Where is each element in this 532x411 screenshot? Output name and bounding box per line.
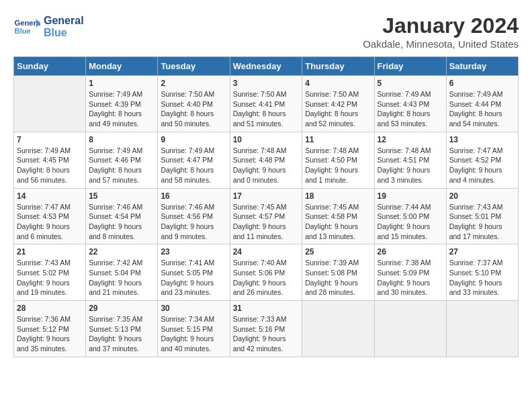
day-info: Sunrise: 7:41 AMSunset: 5:05 PMDaylight:… — [161, 258, 226, 298]
day-info: Sunrise: 7:42 AMSunset: 5:04 PMDaylight:… — [89, 258, 154, 298]
logo-line2: Blue — [44, 27, 84, 39]
day-info: Sunrise: 7:49 AMSunset: 4:47 PMDaylight:… — [161, 146, 226, 185]
calendar-table: SundayMondayTuesdayWednesdayThursdayFrid… — [13, 56, 519, 357]
calendar-cell: 29Sunrise: 7:35 AMSunset: 5:13 PMDayligh… — [86, 301, 158, 357]
day-info: Sunrise: 7:45 AMSunset: 4:57 PMDaylight:… — [233, 202, 300, 242]
logo-line1: General — [44, 15, 84, 27]
day-info: Sunrise: 7:40 AMSunset: 5:06 PMDaylight:… — [233, 258, 300, 298]
calendar-cell: 11Sunrise: 7:48 AMSunset: 4:50 PMDayligh… — [302, 132, 374, 188]
day-number: 10 — [233, 135, 300, 144]
day-info: Sunrise: 7:49 AMSunset: 4:43 PMDaylight:… — [378, 89, 443, 129]
day-info: Sunrise: 7:37 AMSunset: 5:10 PMDaylight:… — [449, 258, 515, 298]
day-number: 1 — [89, 79, 154, 88]
calendar-cell: 8Sunrise: 7:49 AMSunset: 4:46 PMDaylight… — [86, 132, 158, 188]
subtitle: Oakdale, Minnesota, United States — [363, 38, 519, 50]
day-number: 17 — [233, 191, 300, 201]
day-number: 28 — [17, 304, 83, 313]
calendar-cell: 6Sunrise: 7:49 AMSunset: 4:44 PMDaylight… — [446, 76, 518, 132]
day-number: 26 — [378, 247, 443, 257]
header-day-thursday: Thursday — [302, 57, 374, 76]
day-number: 21 — [17, 247, 83, 257]
day-number: 16 — [161, 191, 226, 201]
day-number: 29 — [89, 304, 154, 313]
day-info: Sunrise: 7:49 AMSunset: 4:46 PMDaylight:… — [89, 146, 154, 185]
calendar-cell: 28Sunrise: 7:36 AMSunset: 5:12 PMDayligh… — [14, 301, 86, 357]
calendar-cell: 25Sunrise: 7:39 AMSunset: 5:08 PMDayligh… — [302, 244, 374, 301]
day-info: Sunrise: 7:44 AMSunset: 5:00 PMDaylight:… — [378, 202, 443, 242]
calendar-cell — [14, 76, 86, 132]
calendar-cell: 16Sunrise: 7:46 AMSunset: 4:56 PMDayligh… — [158, 188, 230, 244]
header-day-saturday: Saturday — [446, 57, 518, 76]
day-number: 27 — [449, 247, 515, 257]
day-info: Sunrise: 7:47 AMSunset: 4:53 PMDaylight:… — [17, 202, 83, 242]
day-number: 12 — [378, 135, 443, 144]
day-info: Sunrise: 7:43 AMSunset: 5:01 PMDaylight:… — [449, 202, 515, 242]
calendar-cell — [302, 301, 374, 357]
day-info: Sunrise: 7:45 AMSunset: 4:58 PMDaylight:… — [305, 202, 371, 242]
day-info: Sunrise: 7:49 AMSunset: 4:44 PMDaylight:… — [449, 89, 515, 129]
calendar-cell: 12Sunrise: 7:48 AMSunset: 4:51 PMDayligh… — [374, 132, 446, 188]
day-number: 31 — [233, 304, 300, 313]
week-row-4: 21Sunrise: 7:43 AMSunset: 5:02 PMDayligh… — [14, 244, 519, 301]
calendar-cell: 5Sunrise: 7:49 AMSunset: 4:43 PMDaylight… — [374, 76, 446, 132]
calendar-cell: 22Sunrise: 7:42 AMSunset: 5:04 PMDayligh… — [86, 244, 158, 301]
day-number: 6 — [449, 79, 515, 88]
day-info: Sunrise: 7:48 AMSunset: 4:51 PMDaylight:… — [378, 146, 443, 185]
header-day-tuesday: Tuesday — [158, 57, 230, 76]
calendar-cell — [374, 301, 446, 357]
day-info: Sunrise: 7:48 AMSunset: 4:50 PMDaylight:… — [305, 146, 371, 185]
day-number: 7 — [17, 135, 83, 144]
day-info: Sunrise: 7:39 AMSunset: 5:08 PMDaylight:… — [305, 258, 371, 298]
day-info: Sunrise: 7:48 AMSunset: 4:48 PMDaylight:… — [233, 146, 300, 185]
logo: General Blue General Blue — [13, 13, 84, 40]
day-info: Sunrise: 7:35 AMSunset: 5:13 PMDaylight:… — [89, 314, 154, 354]
calendar-cell: 4Sunrise: 7:50 AMSunset: 4:42 PMDaylight… — [302, 76, 374, 132]
day-number: 5 — [378, 79, 443, 88]
calendar-cell: 31Sunrise: 7:33 AMSunset: 5:16 PMDayligh… — [230, 301, 302, 357]
calendar-header-row: SundayMondayTuesdayWednesdayThursdayFrid… — [14, 57, 519, 76]
calendar-cell: 20Sunrise: 7:43 AMSunset: 5:01 PMDayligh… — [446, 188, 518, 244]
day-info: Sunrise: 7:34 AMSunset: 5:15 PMDaylight:… — [161, 314, 226, 354]
calendar-cell: 17Sunrise: 7:45 AMSunset: 4:57 PMDayligh… — [230, 188, 302, 244]
header-day-monday: Monday — [86, 57, 158, 76]
day-number: 22 — [89, 247, 154, 257]
day-number: 19 — [378, 191, 443, 201]
day-number: 25 — [305, 247, 371, 257]
day-number: 30 — [161, 304, 226, 313]
calendar-cell — [446, 301, 518, 357]
day-info: Sunrise: 7:43 AMSunset: 5:02 PMDaylight:… — [17, 258, 83, 298]
week-row-5: 28Sunrise: 7:36 AMSunset: 5:12 PMDayligh… — [14, 301, 519, 357]
calendar-cell: 13Sunrise: 7:47 AMSunset: 4:52 PMDayligh… — [446, 132, 518, 188]
day-number: 3 — [233, 79, 300, 88]
day-info: Sunrise: 7:50 AMSunset: 4:42 PMDaylight:… — [305, 89, 371, 129]
calendar-cell: 26Sunrise: 7:38 AMSunset: 5:09 PMDayligh… — [374, 244, 446, 301]
day-number: 24 — [233, 247, 300, 257]
day-info: Sunrise: 7:33 AMSunset: 5:16 PMDaylight:… — [233, 314, 300, 354]
main-title: January 2024 — [363, 13, 519, 38]
calendar-body: 1Sunrise: 7:49 AMSunset: 4:39 PMDaylight… — [14, 76, 519, 357]
day-number: 15 — [89, 191, 154, 201]
header-day-sunday: Sunday — [14, 57, 86, 76]
header-day-wednesday: Wednesday — [230, 57, 302, 76]
day-number: 18 — [305, 191, 371, 201]
calendar-cell: 23Sunrise: 7:41 AMSunset: 5:05 PMDayligh… — [158, 244, 230, 301]
day-info: Sunrise: 7:49 AMSunset: 4:45 PMDaylight:… — [17, 146, 83, 185]
day-info: Sunrise: 7:50 AMSunset: 4:41 PMDaylight:… — [233, 89, 300, 129]
calendar-cell: 15Sunrise: 7:46 AMSunset: 4:54 PMDayligh… — [86, 188, 158, 244]
day-info: Sunrise: 7:46 AMSunset: 4:54 PMDaylight:… — [89, 202, 154, 242]
week-row-2: 7Sunrise: 7:49 AMSunset: 4:45 PMDaylight… — [14, 132, 519, 188]
day-number: 2 — [161, 79, 226, 88]
calendar-cell: 9Sunrise: 7:49 AMSunset: 4:47 PMDaylight… — [158, 132, 230, 188]
title-block: January 2024 Oakdale, Minnesota, United … — [363, 13, 519, 50]
day-number: 23 — [161, 247, 226, 257]
week-row-1: 1Sunrise: 7:49 AMSunset: 4:39 PMDaylight… — [14, 76, 519, 132]
calendar-cell: 30Sunrise: 7:34 AMSunset: 5:15 PMDayligh… — [158, 301, 230, 357]
day-number: 8 — [89, 135, 154, 144]
calendar-cell: 7Sunrise: 7:49 AMSunset: 4:45 PMDaylight… — [14, 132, 86, 188]
page-header: General Blue General Blue January 2024 O… — [13, 13, 519, 50]
week-row-3: 14Sunrise: 7:47 AMSunset: 4:53 PMDayligh… — [14, 188, 519, 244]
day-number: 20 — [449, 191, 515, 201]
day-number: 14 — [17, 191, 83, 201]
header-day-friday: Friday — [374, 57, 446, 76]
day-info: Sunrise: 7:47 AMSunset: 4:52 PMDaylight:… — [449, 146, 515, 185]
